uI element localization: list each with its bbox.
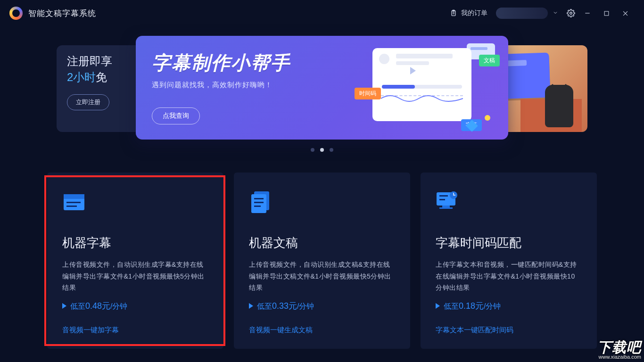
user-chip[interactable] xyxy=(496,8,548,19)
feature-cards: 机器字幕 上传音视频文件，自动识别生成字幕&支持在线编辑并导出字幕文件&1小时音… xyxy=(0,149,644,349)
document-stack-icon xyxy=(249,189,274,215)
subtitle-file-icon xyxy=(62,189,88,215)
gear-icon xyxy=(567,9,575,17)
card-price: 低至0.18元/分钟 xyxy=(436,300,582,312)
carousel-dot-1[interactable] xyxy=(311,148,314,152)
register-button[interactable]: 立即注册 xyxy=(67,94,109,110)
svg-rect-16 xyxy=(254,202,264,203)
svg-point-4 xyxy=(570,12,572,15)
banner-slide-active[interactable]: 字幕制作小帮手 遇到问题就找我，高效制作好嗨哟！ 点我查询 xyxy=(136,36,508,140)
svg-rect-21 xyxy=(442,206,450,207)
svg-rect-22 xyxy=(439,207,453,209)
close-icon xyxy=(622,10,629,17)
card-action-link[interactable]: 音视频一键加字幕 xyxy=(62,326,208,335)
coin-icon xyxy=(485,115,490,121)
svg-rect-12 xyxy=(66,206,77,207)
tag-timecode-icon xyxy=(355,88,381,99)
timecode-monitor-icon xyxy=(436,189,461,215)
card-machine-subtitle[interactable]: 机器字幕 上传音视频文件，自动识别生成字幕&支持在线编辑并导出字幕文件&1小时音… xyxy=(47,173,223,349)
document-sheet-icon xyxy=(372,48,471,121)
my-orders-label: 我的订单 xyxy=(461,9,487,17)
banner-illustration xyxy=(358,44,495,129)
app-title: 智能文稿字幕系统 xyxy=(28,8,96,19)
maximize-button[interactable] xyxy=(597,6,616,21)
tag-transcript-icon xyxy=(479,55,500,66)
svg-rect-14 xyxy=(251,194,266,213)
play-triangle-icon xyxy=(62,303,66,309)
card-title: 机器字幕 xyxy=(62,235,208,251)
cat-mascot-icon xyxy=(545,85,573,127)
titlebar: 智能文稿字幕系统 我的订单 xyxy=(0,0,644,26)
watermark-text: 下载吧 xyxy=(597,340,641,355)
minimize-button[interactable] xyxy=(578,6,597,21)
card-action-link[interactable]: 音视频一键生成文稿 xyxy=(249,326,395,335)
card-machine-transcript[interactable]: 机器文稿 上传音视频文件，自动识别生成文稿&支持在线编辑并导出文稿文件&1小时音… xyxy=(234,173,410,349)
card-desc: 上传音视频文件，自动识别生成字幕&支持在线编辑并导出字幕文件&1小时音视频最快5… xyxy=(62,259,208,294)
minimize-icon xyxy=(584,10,591,16)
svg-rect-15 xyxy=(254,198,264,199)
svg-rect-6 xyxy=(604,11,609,16)
card-action-link[interactable]: 字幕文本一键匹配时间码 xyxy=(436,326,582,335)
svg-rect-19 xyxy=(439,195,448,197)
my-orders-button[interactable]: 我的订单 xyxy=(445,6,492,20)
watermark: 下载吧 www.xiazaiba.com xyxy=(597,340,641,360)
maximize-icon xyxy=(603,10,610,16)
card-price: 低至0.33元/分钟 xyxy=(249,300,395,312)
carousel-dot-2[interactable] xyxy=(320,148,324,152)
app-logo-icon xyxy=(9,7,23,20)
svg-rect-20 xyxy=(439,199,445,200)
banner-cta-button[interactable]: 点我查询 xyxy=(152,107,200,124)
carousel-dots xyxy=(311,148,333,152)
card-price: 低至0.48元/分钟 xyxy=(62,300,208,312)
svg-rect-11 xyxy=(66,202,81,203)
carousel-dot-3[interactable] xyxy=(330,148,333,152)
play-triangle-icon xyxy=(436,303,440,309)
card-title: 字幕时间码匹配 xyxy=(436,235,582,251)
close-button[interactable] xyxy=(616,6,635,21)
chevron-down-icon[interactable] xyxy=(553,9,558,17)
svg-rect-17 xyxy=(254,206,261,207)
card-desc: 上传字幕文本和音视频，一键匹配时间码&支持在线编辑并导出字幕文件&1小时音视频最… xyxy=(436,259,582,294)
card-timecode-match[interactable]: 字幕时间码匹配 上传字幕文本和音视频，一键匹配时间码&支持在线编辑并导出字幕文件… xyxy=(421,173,597,349)
svg-rect-10 xyxy=(64,194,84,199)
banner-carousel: 注册即享 2小时免 立即注册 字幕制作小帮手 遇到问题就找我，高效制作好嗨哟！ … xyxy=(0,36,644,149)
card-desc: 上传音视频文件，自动识别生成文稿&支持在线编辑并导出文稿文件&1小时音视频最快5… xyxy=(249,259,395,294)
card-title: 机器文稿 xyxy=(249,235,395,251)
settings-button[interactable] xyxy=(564,6,578,20)
clipboard-icon xyxy=(450,9,457,17)
watermark-url: www.xiazaiba.com xyxy=(597,354,641,360)
play-triangle-icon xyxy=(249,303,253,309)
